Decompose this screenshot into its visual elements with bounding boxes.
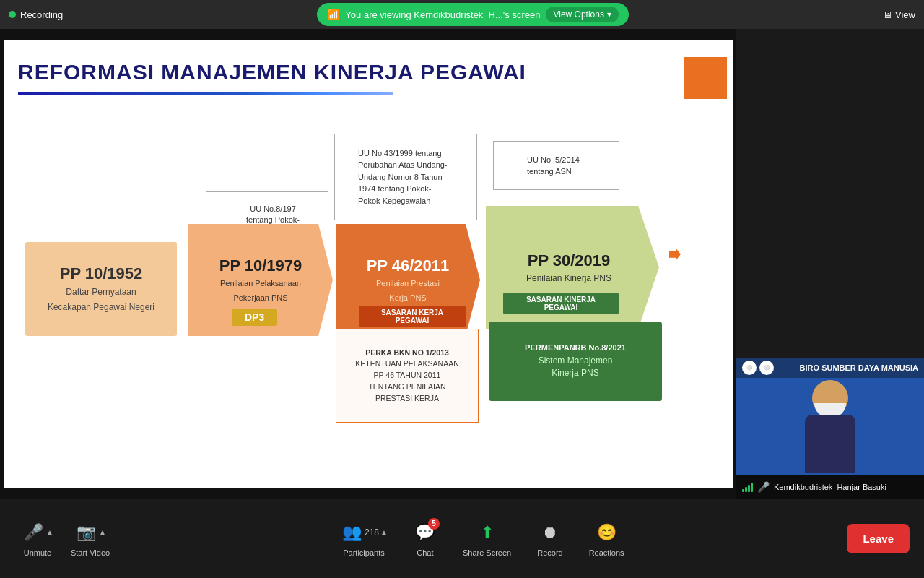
unmute-label: Unmute [24, 548, 52, 557]
pp1952-sub1: Daftar Pernyataan [66, 286, 136, 298]
leave-button[interactable]: Leave [847, 524, 910, 553]
share-screen-label: Share Screen [463, 548, 511, 557]
video-header-title: BIRO SUMBER DAYA MANUSIA [800, 363, 918, 372]
chat-button[interactable]: 💬 5 Chat [406, 515, 444, 563]
reactions-label: Reactions [589, 548, 624, 557]
main-area: REFORMASI MANAJEMEN KINERJA PEGAWAI PP 1… [0, 29, 736, 499]
participants-icon: 👥 [340, 521, 363, 544]
box-uu43: UU No.43/1999 tentang Perubahan Atas Und… [334, 134, 477, 220]
record-button[interactable]: ⏺ Record [530, 515, 570, 563]
monitor-icon: 🖥 [883, 9, 892, 20]
unmute-chevron: ▲ [46, 528, 53, 536]
box-uu5: UU No. 5/2014 tentang ASN [493, 141, 619, 190]
person-silhouette [798, 380, 863, 474]
video-logos: ⚪ ⚪ [742, 361, 774, 375]
participants-label: Participants [343, 548, 384, 557]
mic-icon: 🎤 [757, 481, 770, 493]
toolbar-right: Leave [847, 524, 910, 553]
participant-video: ⚪ ⚪ BIRO SUMBER DAYA MANUSIA 🎤 Kemdikbud… [736, 358, 924, 499]
recording-label: Recording [20, 9, 63, 20]
skp-green-button: SASARAN KINERJA PEGAWAI [503, 293, 619, 314]
participants-count: 218 [365, 527, 379, 538]
orange-accent-box [684, 57, 727, 99]
share-screen-button[interactable]: ⬆ Share Screen [456, 515, 518, 563]
share-screen-icon: ⬆ [476, 521, 499, 544]
record-label: Record [537, 548, 562, 557]
reactions-icon: 😊 [595, 521, 618, 544]
chat-badge: 5 [428, 518, 440, 530]
start-video-button[interactable]: 📷 ▲ Start Video [64, 515, 117, 563]
unmute-button[interactable]: 🎤 ▲ Unmute [14, 515, 61, 563]
video-icon-wrap: 📷 ▲ [74, 521, 106, 544]
skp-orange-button: SASARAN KERJA PEGAWAI [359, 306, 466, 327]
record-icon: ⏺ [539, 521, 562, 544]
box-perka: PERKA BKN NO 1/2013 KETENTUAN PELAKSANAA… [336, 329, 479, 423]
chat-icon-wrap: 💬 5 [414, 521, 437, 544]
toolbar-left: 🎤 ▲ Unmute 📷 ▲ Start Video [14, 515, 117, 563]
box-permenpanrb: PERMENPANRB No.8/2021 Sistem Manajemen K… [489, 322, 662, 401]
pp30-title: PP 30/2019 [528, 251, 611, 270]
slide-title: REFORMASI MANAJEMEN KINERJA PEGAWAI [18, 60, 526, 85]
video-chevron: ▲ [99, 528, 106, 536]
chevron-down-icon: ▾ [607, 9, 611, 20]
pp1979-title: PP 10/1979 [219, 256, 302, 275]
start-video-label: Start Video [71, 548, 110, 557]
pp1952-title: PP 10/1952 [60, 264, 143, 283]
pp46-title: PP 46/2011 [367, 256, 450, 275]
participant-name: Kemdikbudristek_Hanjar Basuki [774, 483, 918, 491]
slide-underline [18, 92, 393, 95]
pp1952-sub2: Kecakapan Pegawai Negeri [48, 301, 154, 314]
uu43-arrow-icon [669, 249, 681, 260]
camera-off-icon: 📷 [74, 521, 97, 544]
participants-button[interactable]: 👥 218 ▲ Participants [333, 515, 395, 563]
view-options-button[interactable]: View Options ▾ [546, 7, 618, 22]
video-person-area [736, 378, 924, 475]
participants-chevron: ▲ [380, 528, 388, 536]
wifi-icon: 📶 [327, 9, 339, 20]
right-panel: ⚪ ⚪ BIRO SUMBER DAYA MANUSIA 🎤 Kemdikbud… [736, 29, 924, 499]
slide: REFORMASI MANAJEMEN KINERJA PEGAWAI PP 1… [4, 40, 733, 488]
chat-label: Chat [417, 548, 433, 557]
bottom-toolbar: 🎤 ▲ Unmute 📷 ▲ Start Video 👥 218 ▲ Parti… [0, 499, 924, 578]
view-button[interactable]: 🖥 View [883, 9, 915, 20]
unmute-icon-wrap: 🎤 ▲ [22, 521, 53, 544]
signal-bar-2 [745, 487, 747, 492]
rec-dot [9, 11, 16, 18]
box-pp1952: PP 10/1952 Daftar Pernyataan Kecakapan P… [25, 242, 177, 336]
top-bar: Recording 📶 You are viewing Kemdikbudris… [0, 0, 924, 29]
video-name-bar: 🎤 Kemdikbudristek_Hanjar Basuki [736, 475, 924, 499]
viewing-banner: 📶 You are viewing Kemdikbudristek_H...'s… [317, 3, 629, 26]
mic-muted-icon: 🎤 [22, 521, 45, 544]
signal-bar-1 [742, 489, 744, 492]
dp3-badge: DP3 [232, 309, 277, 326]
logo-2: ⚪ [759, 361, 774, 375]
signal-bar-3 [748, 485, 750, 492]
reactions-button[interactable]: 😊 Reactions [582, 515, 632, 563]
logo-1: ⚪ [742, 361, 757, 375]
signal-bars [742, 483, 753, 492]
participants-icon-wrap: 👥 218 ▲ [340, 521, 388, 544]
viewing-text: You are viewing Kemdikbudristek_H...'s s… [345, 9, 540, 20]
toolbar-center: 👥 218 ▲ Participants 💬 5 Chat ⬆ Share Sc… [333, 515, 632, 563]
recording-indicator: Recording [9, 9, 63, 20]
video-header-bar: ⚪ ⚪ BIRO SUMBER DAYA MANUSIA [736, 358, 924, 378]
person-body [805, 415, 855, 473]
signal-bar-4 [751, 483, 753, 492]
